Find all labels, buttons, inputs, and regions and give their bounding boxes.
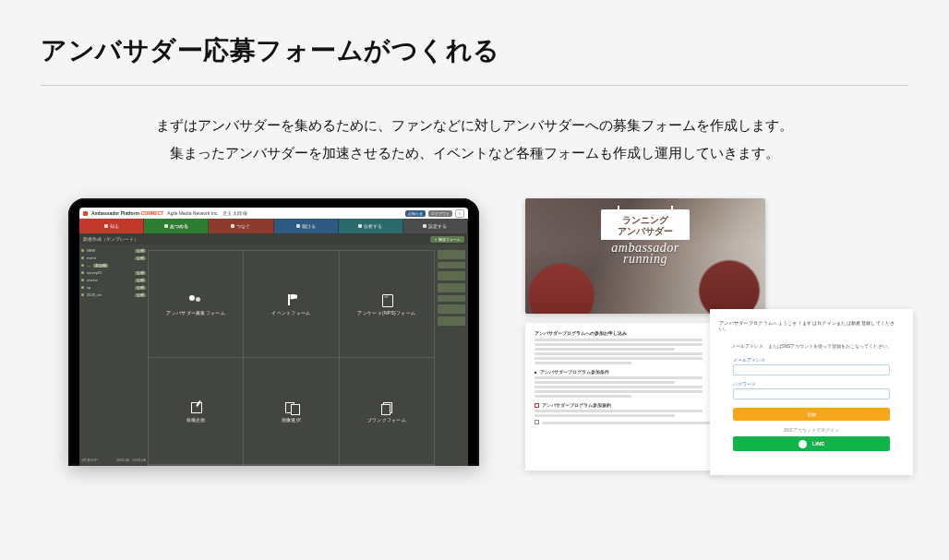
email-field-wrap: メールアドレス [733, 357, 890, 375]
password-label: パスワード [733, 381, 890, 387]
people-icon [187, 293, 204, 306]
card-event-form[interactable]: イベントフォーム [244, 251, 339, 358]
app-header: Ambassador Platform-CONNECT Agile Media … [79, 208, 468, 219]
password-field-wrap: パスワード [733, 381, 890, 399]
tab-icon [104, 224, 108, 228]
list-item[interactable]: review公開 [81, 278, 146, 282]
header-pill-logout[interactable]: ログアウト [428, 210, 452, 217]
template-grid: アンバサダー募集フォーム イベントフォーム アンケート(NPS)フォーム 投稿企… [148, 250, 435, 466]
card-survey-form[interactable]: アンケート(NPS)フォーム [340, 251, 435, 358]
lead-line-2: 集まったアンバサダーを加速させるため、イベントなど各種フォームも作成し運用してい… [170, 145, 779, 161]
doc-a-title: アンバサダープログラムへの参加お申し込み [535, 330, 710, 336]
checklist-icon [378, 293, 395, 306]
screenshot-cluster: ランニング アンバサダー ambassador running アンバサダープロ… [525, 198, 913, 314]
right-tags [435, 244, 468, 466]
tag-chip [438, 316, 465, 326]
tag-chip [438, 250, 465, 259]
card-ambassador-form[interactable]: アンバサダー募集フォーム [149, 251, 244, 358]
tab-deliver[interactable]: 届ける [274, 219, 339, 233]
checkbox-icon[interactable] [535, 403, 539, 408]
new-form-button[interactable]: ＋ 新規フォーム [430, 236, 464, 243]
hero-script-2: running [601, 253, 690, 266]
hero-image: ランニング アンバサダー ambassador running [525, 198, 765, 314]
email-label: メールアドレス [733, 357, 890, 363]
line-icon [799, 440, 807, 448]
hero-line-2: アンバサダー [605, 226, 686, 237]
login-title: アンバサダープログラムへようこそ！まずはログインまたは新規登録してください。 [719, 320, 904, 331]
image-icon [282, 400, 299, 413]
lead-line-1: まずはアンバサダーを集めるために、ファンなどに対しアンバサダーへの募集フォームを… [156, 117, 793, 133]
tab-icon [231, 224, 234, 228]
page-title: アンバサダー応募フォームがつくれる [41, 33, 908, 68]
hero-script-1: ambassador [601, 242, 690, 255]
divider [41, 85, 908, 86]
list-item[interactable]: cp公開 [81, 285, 146, 290]
sidebar-list: NEW公開 event公開 —非公開 survey01公開 review公開 c… [79, 244, 148, 466]
tab-collect[interactable]: あつめる [144, 219, 209, 233]
hero-line-1: ランニング [605, 215, 686, 226]
hero-badge: ランニング アンバサダー ambassador running [601, 209, 690, 266]
tag-chip [438, 304, 465, 314]
user-name: 児玉 太郎 様 [222, 210, 248, 216]
card-post-plan[interactable]: 投稿企画 [149, 358, 244, 465]
list-item[interactable]: —非公開 [81, 263, 146, 268]
tab-analyze[interactable]: 分析する [339, 219, 403, 233]
checkbox-icon[interactable] [535, 420, 539, 424]
tab-connect[interactable]: つなぐ [209, 219, 273, 233]
tab-icon [164, 224, 168, 228]
logo-icon [83, 211, 88, 216]
app-brand: Ambassador Platform-CONNECT [91, 210, 163, 216]
card-image-select[interactable]: 画像選択 [244, 358, 339, 465]
tab-settings[interactable]: 設定する [403, 219, 468, 233]
header-pill-menu[interactable]: ≡ [455, 209, 464, 218]
edit-icon [187, 400, 204, 413]
tab-icon [358, 224, 362, 228]
password-input[interactable] [733, 388, 890, 399]
header-pill-info[interactable]: お知らせ [405, 210, 426, 217]
login-sub: メールアドレス、またはSNSアカウントを使って登録をおこなってください。 [731, 344, 892, 349]
card-blank-form[interactable]: ブランクフォーム [340, 358, 435, 465]
app-tabs: 知る あつめる つなぐ 届ける 分析する 設定する [79, 219, 468, 233]
list-item[interactable]: NEW公開 [81, 248, 146, 253]
list-item[interactable]: survey01公開 [81, 270, 146, 275]
app-body: NEW公開 event公開 —非公開 survey01公開 review公開 c… [79, 244, 468, 466]
list-item[interactable]: 2020_cm公開 [81, 292, 146, 297]
email-input[interactable] [733, 364, 890, 375]
list-footer: 1件表示中2020-082020-08 [81, 458, 146, 462]
doc-a-section-1: ■アンバサダープログラム参加条件 [535, 370, 710, 375]
tag-chip [438, 262, 465, 268]
sns-label: SNSアカウントでログイン [784, 428, 838, 433]
login-form: アンバサダープログラムへようこそ！まずはログインまたは新規登録してください。 メ… [710, 309, 913, 475]
tab-icon [296, 224, 300, 228]
tablet-mockup: Ambassador Platform-CONNECT Agile Media … [68, 198, 479, 466]
doc-a-section-2: アンバサダープログラム参加規約 [535, 403, 710, 408]
tag-chip [438, 271, 465, 280]
toolbar: 新規作成（テンプレート） ＋ 新規フォーム [79, 233, 468, 244]
register-button[interactable]: 登録 [733, 408, 890, 421]
company-name: Agile Media Network Inc. [167, 210, 218, 216]
line-login-button[interactable]: LINE [733, 436, 890, 451]
list-item[interactable]: event公開 [81, 256, 146, 260]
lead-text: まずはアンバサダーを集めるために、ファンなどに対しアンバサダーへの募集フォームを… [41, 112, 908, 167]
app-screen: Ambassador Platform-CONNECT Agile Media … [79, 208, 468, 466]
tag-chip [438, 283, 465, 292]
toolbar-title: 新規作成（テンプレート） [83, 237, 138, 242]
blank-icon [378, 400, 395, 413]
terms-document: アンバサダープログラムへの参加お申し込み ■アンバサダープログラム参加条件 アン… [525, 323, 719, 471]
tab-icon [423, 224, 426, 228]
tag-chip [438, 295, 465, 302]
tab-know[interactable]: 知る [79, 219, 144, 233]
flag-icon [282, 293, 299, 306]
